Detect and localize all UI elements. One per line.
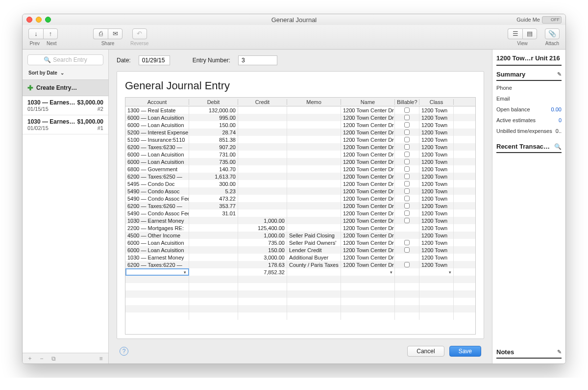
grid-row[interactable]: 6200 — Taxes:6260 —353.771200 Town Cente…: [125, 202, 475, 209]
cell-debit[interactable]: 31.01: [189, 209, 238, 217]
cell-credit[interactable]: [238, 202, 287, 209]
cell-memo[interactable]: [287, 268, 341, 276]
cell-class[interactable]: 1200 Town: [419, 158, 454, 165]
maximize-window-button[interactable]: [45, 17, 51, 23]
grid-row[interactable]: 6000 — Loan Acuisition150.00Lender Credi…: [125, 246, 475, 254]
cell-debit[interactable]: 140.70: [189, 165, 238, 173]
cell-account[interactable]: 5490 — Condo Assoc Fee: [125, 209, 189, 217]
grid-row[interactable]: 6000 — Loan Acuisition150.001200 Town Ce…: [125, 121, 475, 129]
cell-billable[interactable]: [395, 106, 419, 114]
cell-account[interactable]: 6000 — Loan Acuisition: [125, 114, 189, 121]
cell-billable[interactable]: [395, 136, 419, 143]
cell-name[interactable]: 1200 Town Center Dr: [341, 106, 395, 114]
add-entry-icon[interactable]: +: [25, 355, 34, 362]
dropdown-caret-icon[interactable]: ▾: [449, 270, 451, 275]
cell-debit[interactable]: 473.22: [189, 195, 238, 202]
email-button[interactable]: ✉: [108, 28, 122, 39]
cell-billable[interactable]: [395, 209, 419, 217]
grid-row[interactable]: 6800 — Government140.701200 Town Center …: [125, 165, 475, 173]
cell-account[interactable]: 6000 — Loan Acuisition: [125, 246, 189, 254]
grid-row[interactable]: 6000 — Loan Acuisition735.001200 Town Ce…: [125, 158, 475, 165]
cell-account[interactable]: 6200 — Taxes:6220 —: [125, 261, 189, 268]
cell-memo[interactable]: [287, 165, 341, 173]
cell-credit[interactable]: [238, 121, 287, 129]
cell-class[interactable]: 1200 Town: [419, 114, 454, 121]
cell-debit[interactable]: 907.20: [189, 143, 238, 151]
grid-column-header[interactable]: Account: [125, 99, 189, 105]
view-columns-button[interactable]: ▤: [522, 28, 537, 39]
cell-class[interactable]: 1200 Town: [419, 261, 454, 268]
grid-row[interactable]: 5490 — Condo Assoc Fee31.011200 Town Cen…: [125, 209, 475, 217]
edit-summary-icon[interactable]: ✎: [557, 71, 562, 78]
cell-class[interactable]: 1200 Town: [419, 232, 454, 239]
cell-class[interactable]: 1200 Town: [419, 254, 454, 261]
cell-class[interactable]: 1200 Town: [419, 151, 454, 158]
cell-debit[interactable]: [189, 232, 238, 239]
cell-credit[interactable]: [238, 209, 287, 217]
grid-row[interactable]: 6000 — Loan Acuisition995.001200 Town Ce…: [125, 114, 475, 121]
cell-debit[interactable]: 1,613.70: [189, 173, 238, 180]
cell-name[interactable]: 1200 Town Center Dr: [341, 224, 395, 232]
cell-debit[interactable]: [189, 268, 238, 276]
cell-class[interactable]: 1200 Town: [419, 180, 454, 187]
cell-credit[interactable]: [238, 114, 287, 121]
cell-account[interactable]: 5495 — Condo Doc: [125, 180, 189, 187]
cell-billable[interactable]: [395, 151, 419, 158]
cell-billable[interactable]: [395, 202, 419, 209]
search-input[interactable]: 🔍 Search Entry: [27, 54, 103, 65]
cell-class[interactable]: 1200 Town: [419, 239, 454, 246]
cell-memo[interactable]: County / Paris Taxes: [287, 261, 341, 268]
cell-billable[interactable]: [395, 114, 419, 121]
cell-debit[interactable]: 28.74: [189, 129, 238, 136]
cell-debit[interactable]: 995.00: [189, 114, 238, 121]
cell-name[interactable]: 1200 Town Center Dr: [341, 202, 395, 209]
cell-memo[interactable]: [287, 114, 341, 121]
cell-class[interactable]: 1200 Town: [419, 121, 454, 129]
cell-name[interactable]: ▾: [341, 268, 395, 276]
cell-memo[interactable]: [287, 180, 341, 187]
cell-class[interactable]: 1200 Town: [419, 217, 454, 224]
cell-class[interactable]: 1200 Town: [419, 106, 454, 114]
cell-debit[interactable]: [189, 224, 238, 232]
create-entry-button[interactable]: ✚ Create Entry…: [23, 79, 108, 96]
cell-name[interactable]: 1200 Town Center Dr: [341, 232, 395, 239]
grid-column-header[interactable]: Memo: [287, 99, 341, 105]
grid-column-header[interactable]: Class: [419, 99, 454, 105]
cell-account[interactable]: 1300 — Real Estate: [125, 106, 189, 114]
cell-billable[interactable]: [395, 217, 419, 224]
edit-notes-icon[interactable]: ✎: [557, 349, 562, 355]
cell-memo[interactable]: [287, 143, 341, 151]
cell-credit[interactable]: [238, 158, 287, 165]
cell-name[interactable]: 1200 Town Center Dr: [341, 209, 395, 217]
grid-column-header[interactable]: Credit: [238, 99, 287, 105]
cell-credit[interactable]: 125,400.00: [238, 224, 287, 232]
grid-row-empty[interactable]: [125, 276, 475, 283]
cell-debit[interactable]: [189, 239, 238, 246]
cell-credit[interactable]: 3,000.00: [238, 254, 287, 261]
cell-debit[interactable]: [189, 246, 238, 254]
cell-account[interactable]: 5100 — Insurance:5110: [125, 136, 189, 143]
cell-account[interactable]: 6200 — Taxes:6250 —: [125, 173, 189, 180]
cell-class[interactable]: 1200 Town: [419, 143, 454, 151]
cell-class[interactable]: 1200 Town: [419, 129, 454, 136]
cell-billable[interactable]: [395, 254, 419, 261]
cell-debit[interactable]: [189, 217, 238, 224]
grid-row[interactable]: 6200 — Taxes:6220 —178.63County / Paris …: [125, 261, 475, 268]
cell-billable[interactable]: [395, 121, 419, 129]
cell-debit[interactable]: 132,000.00: [189, 106, 238, 114]
cell-credit[interactable]: [238, 195, 287, 202]
print-button[interactable]: ⎙: [93, 28, 108, 39]
cell-credit[interactable]: [238, 106, 287, 114]
cell-name[interactable]: 1200 Town Center Dr: [341, 158, 395, 165]
cell-memo[interactable]: [287, 195, 341, 202]
cell-memo[interactable]: [287, 173, 341, 180]
cell-debit[interactable]: 731.00: [189, 151, 238, 158]
grid-row[interactable]: 5490 — Condo Assoc Fee473.221200 Town Ce…: [125, 195, 475, 202]
cell-account[interactable]: 6200 — Taxes:6230 —: [125, 143, 189, 151]
cell-debit[interactable]: 300.00: [189, 180, 238, 187]
cancel-button[interactable]: Cancel: [407, 346, 444, 357]
cell-class[interactable]: 1200 Town: [419, 187, 454, 195]
cell-credit[interactable]: [238, 180, 287, 187]
entry-list-item[interactable]: 1030 — Earnest…$1,000.0001/02/15#1: [23, 115, 108, 134]
cell-memo[interactable]: Lender Credit: [287, 246, 341, 254]
